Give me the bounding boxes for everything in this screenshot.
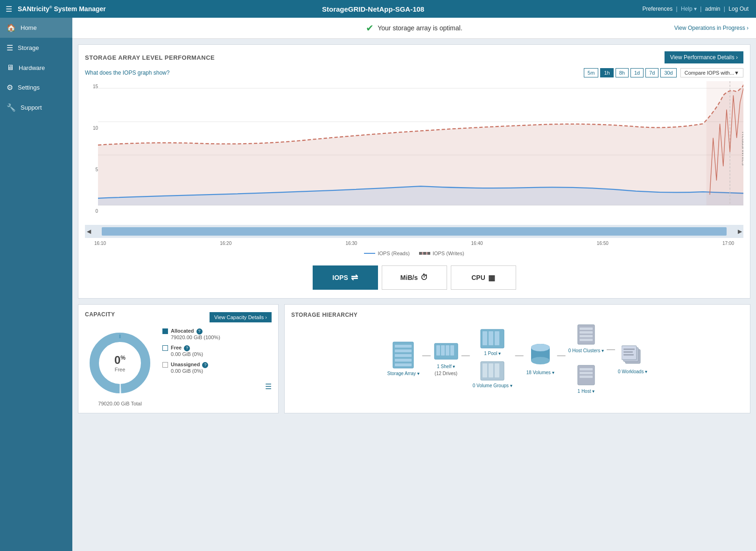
storage-array-link[interactable]: Storage Array ▾ (387, 371, 420, 376)
status-bar: ✔ Your storage array is optimal. View Op… (72, 18, 756, 39)
volume-groups-link[interactable]: 0 Volume Groups ▾ (473, 383, 512, 388)
svg-rect-15 (395, 359, 412, 362)
svg-rect-47 (623, 351, 633, 353)
sidebar: 🏠 Home ☰ Storage 🖥 Hardware ⚙ Settings 🔧… (0, 18, 72, 551)
svg-rect-16 (395, 363, 412, 366)
arrow-4: — (557, 350, 566, 367)
sidebar-item-label: Settings (18, 84, 40, 91)
sidebar-item-hardware[interactable]: 🖥 Hardware (0, 58, 72, 77)
support-icon: 🔧 (7, 103, 16, 112)
performance-card: STORAGE ARRAY LEVEL PERFORMANCE View Per… (78, 44, 750, 299)
main-content: ✔ Your storage array is optimal. View Op… (72, 18, 756, 551)
brand-label: SANtricity® System Manager (18, 5, 106, 13)
hardware-icon: 🖥 (7, 63, 14, 72)
y-axis: 15 10 5 0 (85, 81, 98, 223)
legend-read-line (364, 253, 375, 254)
scroll-right-arrow[interactable]: ▶ (736, 228, 743, 235)
main-layout: 🏠 Home ☰ Storage 🖥 Hardware ⚙ Settings 🔧… (0, 18, 756, 551)
top-nav: ☰ SANtricity® System Manager StorageGRID… (0, 0, 756, 18)
performance-title: STORAGE ARRAY LEVEL PERFORMANCE (85, 54, 215, 61)
time-7d[interactable]: 7d (645, 68, 658, 77)
allocated-color (162, 328, 168, 334)
hierarchy-title: STORAGE HIERARCHY (291, 312, 357, 318)
pool-link[interactable]: 1 Pool ▾ (484, 351, 501, 356)
time-1d[interactable]: 1d (630, 68, 644, 77)
view-capacity-details-button[interactable]: View Capacity Details › (210, 312, 272, 322)
allocated-info-icon[interactable]: ? (196, 328, 203, 335)
chart-scrollbar[interactable]: ◀ ▶ (85, 225, 743, 238)
unassigned-info-icon[interactable]: ? (202, 362, 208, 368)
compare-iops-dropdown[interactable]: Compare IOPS with... ▼ (680, 68, 743, 77)
sidebar-item-home[interactable]: 🏠 Home (0, 18, 72, 38)
workloads-link[interactable]: 0 Workloads ▾ (618, 369, 647, 374)
svg-point-32 (531, 357, 550, 364)
cpu-label: CPU (471, 274, 485, 281)
unassigned-value: 0.00 GiB (0%) (171, 368, 208, 374)
admin-link[interactable]: admin (705, 6, 721, 12)
hierarchy-panel: STORAGE HIERARCHY Storage Array ▾ (284, 304, 750, 413)
time-8h[interactable]: 8h (616, 68, 629, 77)
hier-workloads: 0 Workloads ▾ (618, 343, 647, 374)
time-5m[interactable]: 5m (584, 68, 598, 77)
cap-free: Free ? 0.00 GiB (0%) (162, 345, 272, 357)
scroll-left-arrow[interactable]: ◀ (85, 228, 92, 235)
svg-rect-46 (623, 349, 635, 350)
hosts-link[interactable]: 1 Host ▾ (578, 389, 595, 394)
storage-icon: ☰ (7, 43, 13, 52)
capacity-title: CAPACITY (85, 311, 115, 318)
free-color (162, 345, 168, 351)
time-30d[interactable]: 30d (660, 68, 676, 77)
cpu-icon: ▦ (488, 273, 495, 282)
svg-rect-40 (580, 368, 593, 370)
shelf-link[interactable]: 1 Shelf ▾ (437, 364, 455, 369)
svg-rect-25 (495, 331, 499, 345)
svg-rect-37 (580, 335, 593, 337)
settings-icon: ⚙ (7, 83, 13, 92)
capacity-header: CAPACITY View Capacity Details › (85, 311, 272, 323)
free-info-icon[interactable]: ? (184, 345, 190, 351)
metric-iops-button[interactable]: IOPS ⇌ (313, 265, 378, 290)
arrow-2: — (462, 350, 470, 367)
svg-rect-13 (395, 349, 412, 352)
capacity-panel: CAPACITY View Capacity Details › (78, 304, 279, 413)
svg-rect-27 (483, 363, 487, 377)
check-icon: ✔ (366, 22, 374, 34)
sidebar-item-label: Home (21, 24, 37, 31)
legend-write-line (419, 252, 430, 255)
svg-point-33 (531, 344, 550, 351)
hamburger-icon[interactable]: ☰ (6, 5, 12, 14)
metric-mibs-button[interactable]: MiB/s ⏱ (382, 265, 447, 290)
logout-link[interactable]: Log Out (728, 6, 749, 12)
donut-label: Free (114, 367, 126, 372)
sidebar-item-storage[interactable]: ☰ Storage (0, 38, 72, 58)
svg-rect-19 (441, 345, 445, 356)
help-link[interactable]: Help ▾ (681, 6, 697, 12)
list-view-icon[interactable]: ☰ (265, 382, 272, 391)
status-message: Your storage array is optimal. (378, 24, 462, 32)
hier-volume-groups: 0 Volume Groups ▾ (473, 361, 512, 388)
sidebar-item-settings[interactable]: ⚙ Settings (0, 77, 72, 98)
scroll-track[interactable] (102, 227, 727, 236)
volumes-link[interactable]: 18 Volumes ▾ (526, 370, 554, 375)
free-value: 0.00 GiB (0%) (171, 351, 203, 357)
cap-allocated: Allocated ? 79020.00 GiB (100%) (162, 328, 272, 340)
top-right-nav: Preferences | Help ▾ | admin | Log Out (640, 6, 750, 12)
svg-rect-24 (489, 331, 493, 345)
preferences-link[interactable]: Preferences (642, 6, 672, 12)
hier-pool: 1 Pool ▾ (480, 328, 505, 356)
capacity-content: 0% Free 79020.00 GiB Total Allocated (85, 328, 272, 406)
iops-help-link[interactable]: What does the IOPS graph show? (85, 70, 169, 76)
metric-buttons: IOPS ⇌ MiB/s ⏱ CPU ▦ (85, 260, 743, 292)
hier-hosts: 1 Host ▾ (576, 363, 596, 394)
cap-unassigned: Unassigned ? 0.00 GiB (0%) (162, 362, 272, 374)
time-1h[interactable]: 1h (600, 68, 613, 77)
sidebar-item-support[interactable]: 🔧 Support (0, 98, 72, 118)
view-operations-link[interactable]: View Operations in Progress › (674, 25, 749, 31)
shelf-icon (434, 341, 459, 362)
metric-cpu-button[interactable]: CPU ▦ (451, 265, 516, 290)
svg-rect-35 (580, 328, 593, 330)
sidebar-item-label: Support (21, 104, 42, 111)
hier-hosts-column: 0 Host Clusters ▾ 1 Host ▾ (568, 323, 604, 394)
view-performance-details-button[interactable]: View Performance Details › (665, 51, 743, 63)
host-clusters-link[interactable]: 0 Host Clusters ▾ (568, 348, 604, 353)
